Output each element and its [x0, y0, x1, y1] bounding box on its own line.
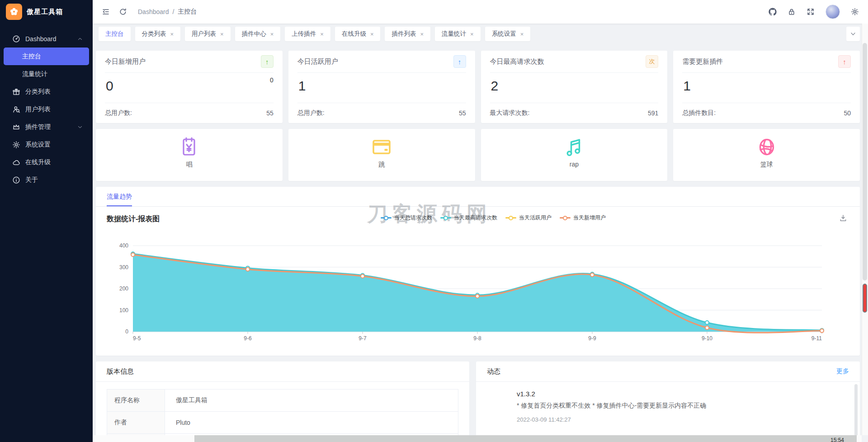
sidebar-item-4[interactable]: 用户列表: [0, 100, 93, 118]
feature-card-2[interactable]: rap: [481, 129, 668, 181]
gift-icon: [12, 88, 20, 96]
feature-card-3[interactable]: 篮球: [673, 129, 860, 181]
close-icon[interactable]: ×: [270, 31, 274, 37]
red-scroll-indicator[interactable]: [863, 284, 867, 313]
version-table: 程序名称傲星工具箱作者Pluto: [107, 389, 458, 441]
chevron-up-icon: [77, 36, 83, 42]
svg-text:9-5: 9-5: [133, 335, 141, 341]
sidebar-item-2[interactable]: 流量统计: [0, 65, 93, 83]
tab-traffic-trend[interactable]: 流量趋势: [107, 193, 132, 206]
tab-label: 分类列表: [142, 30, 166, 38]
horizontal-scrollbar-thumb[interactable]: [194, 435, 857, 442]
sidebar: 傲星工具箱 Dashboard主控台流量统计分类列表用户列表插件管理系统设置在线…: [0, 0, 93, 442]
breadcrumb-root[interactable]: Dashboard: [138, 8, 169, 15]
tab-label: 插件中心: [242, 30, 266, 38]
app-title: 傲星工具箱: [27, 8, 63, 16]
chart-legend: 当天总请求次数当天最高请求次数当天活跃用户当天新增用户: [381, 214, 606, 222]
close-icon[interactable]: ×: [170, 31, 174, 37]
legend-item-1[interactable]: 当天最高请求次数: [440, 214, 497, 222]
tab-6[interactable]: 插件列表×: [385, 27, 430, 41]
tab-8[interactable]: 系统设置×: [485, 27, 531, 41]
tab-4[interactable]: 上传插件×: [285, 27, 330, 41]
github-icon[interactable]: [769, 8, 777, 16]
tab-2[interactable]: 用户列表×: [185, 27, 231, 41]
settings-gear-icon[interactable]: [851, 8, 859, 16]
version-table-row-1: 作者Pluto: [107, 412, 458, 434]
feed-list: v1.3.2* 修复首页分类权重不生效 * 修复插件中心-需要更新显示内容不正确…: [476, 382, 860, 423]
feature-card-1[interactable]: 跳: [288, 129, 475, 181]
tabs-dropdown-button[interactable]: [846, 27, 860, 41]
legend-item-3[interactable]: 当天新增用户: [560, 214, 606, 222]
svg-text:400: 400: [119, 242, 128, 249]
chevron-down-icon: [850, 31, 856, 37]
refresh-icon[interactable]: [119, 8, 127, 16]
version-row-label: 作者: [107, 412, 165, 434]
fullscreen-icon[interactable]: [807, 8, 815, 16]
tab-0[interactable]: 主控台: [99, 27, 131, 41]
sidebar-item-0[interactable]: Dashboard: [0, 30, 93, 48]
close-icon[interactable]: ×: [470, 31, 474, 37]
sidebar-item-label: 插件管理: [25, 123, 51, 131]
stat-card-title: 今日最高请求次数: [490, 57, 544, 66]
breadcrumb-current: 主控台: [178, 8, 197, 16]
stat-footer-value: 591: [648, 109, 658, 117]
tab-label: 用户列表: [192, 30, 216, 38]
svg-text:9-10: 9-10: [702, 335, 712, 341]
sidebar-item-3[interactable]: 分类列表: [0, 83, 93, 100]
sidebar-item-7[interactable]: 在线升级: [0, 153, 93, 171]
stat-card-body: 00: [105, 73, 274, 103]
tab-5[interactable]: 在线升级×: [335, 27, 381, 41]
feature-cards-row: 唱跳rap篮球: [96, 129, 860, 181]
feed-scrollbar-thumb[interactable]: [854, 384, 858, 438]
close-icon[interactable]: ×: [220, 31, 224, 37]
arrow-up-badge: ↑: [261, 55, 274, 68]
stat-card-header: 今日活跃用户↑: [297, 51, 466, 73]
download-icon[interactable]: [839, 214, 847, 222]
legend-marker: [560, 216, 571, 220]
stat-card-footer: 总插件数目:50: [682, 103, 851, 123]
horizontal-scrollbar-track: [93, 435, 862, 442]
vertical-scrollbar-thumb[interactable]: [863, 43, 867, 280]
stat-card-title: 今日活跃用户: [297, 57, 338, 66]
user-avatar[interactable]: [826, 5, 840, 19]
feature-card-0[interactable]: 唱: [96, 129, 283, 181]
sidebar-item-8[interactable]: 关于: [0, 171, 93, 189]
sidebar-item-5[interactable]: 插件管理: [0, 118, 93, 136]
sidebar-item-6[interactable]: 系统设置: [0, 136, 93, 153]
version-panel-header: 版本信息: [96, 361, 469, 382]
tab-1[interactable]: 分类列表×: [135, 27, 181, 41]
stat-footer-label: 总插件数目:: [682, 109, 716, 117]
sidebar-item-1[interactable]: 主控台: [4, 48, 89, 65]
collapse-sidebar-icon[interactable]: [102, 8, 110, 16]
legend-marker: [440, 216, 451, 220]
feed-panel-title: 动态: [487, 367, 500, 376]
stat-card-body: 2: [490, 73, 659, 103]
stat-card-title: 今日新增用户: [105, 57, 146, 66]
close-icon[interactable]: ×: [420, 31, 424, 37]
tab-7[interactable]: 流量统计×: [435, 27, 481, 41]
topbar-actions: [769, 5, 859, 19]
version-row-label: 程序名称: [107, 390, 165, 412]
close-icon[interactable]: ×: [320, 31, 324, 37]
stat-card-title: 需要更新插件: [682, 57, 723, 66]
close-icon[interactable]: ×: [520, 31, 524, 37]
more-link[interactable]: 更多: [836, 367, 849, 375]
tab-3[interactable]: 插件中心×: [235, 27, 281, 41]
close-icon[interactable]: ×: [370, 31, 374, 37]
tab-label: 主控台: [105, 30, 124, 38]
legend-item-2[interactable]: 当天活跃用户: [505, 214, 552, 222]
app-logo[interactable]: 傲星工具箱: [0, 0, 93, 24]
lock-icon[interactable]: [788, 8, 796, 16]
feed-timestamp: 2022-03-09 11:42:27: [517, 416, 849, 423]
svg-text:100: 100: [119, 307, 128, 314]
feature-card-label: 篮球: [760, 161, 773, 169]
sidebar-item-label: 分类列表: [25, 88, 51, 96]
stat-footer-label: 总用户数:: [297, 109, 325, 117]
version-table-row-0: 程序名称傲星工具箱: [107, 390, 458, 412]
legend-item-0[interactable]: 当天总请求次数: [381, 214, 432, 222]
tab-label: 流量统计: [442, 30, 466, 38]
stat-footer-label: 最大请求次数:: [490, 109, 530, 117]
stat-card-0: 今日新增用户↑00总用户数:55: [96, 51, 283, 123]
sidebar-item-label: 关于: [25, 176, 38, 184]
svg-text:200: 200: [119, 285, 128, 292]
